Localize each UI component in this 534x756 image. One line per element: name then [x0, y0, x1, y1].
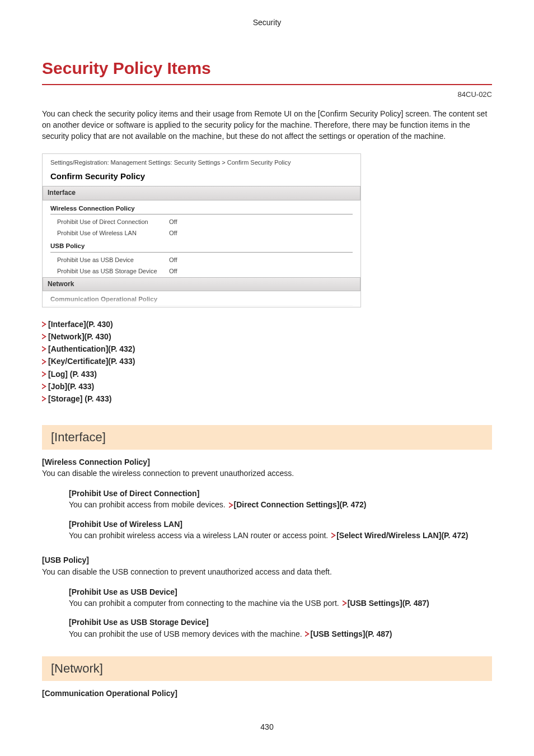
block-heading: [USB Policy] — [42, 554, 492, 566]
block-heading: [Wireless Connection Policy] — [42, 456, 492, 468]
toc-link-authentication[interactable]: [Authentication](P. 432) — [42, 343, 492, 354]
breadcrumb: Settings/Registration: Management Settin… — [50, 158, 353, 167]
arrow-icon — [331, 533, 336, 538]
block-text: You can disable the USB connection to pr… — [42, 566, 492, 577]
block-text: You can prohibit a computer from connect… — [69, 598, 492, 609]
band-interface: Interface — [43, 186, 360, 200]
arrow-icon — [42, 346, 46, 352]
page-number: 430 — [42, 721, 492, 732]
block-heading: [Prohibit Use as USB Device] — [69, 586, 492, 598]
toc-link-interface[interactable]: [Interface](P. 430) — [42, 319, 492, 330]
table-row: Prohibit Use as USB DeviceOff — [50, 255, 353, 266]
arrow-icon — [42, 396, 46, 402]
table-row: Prohibit Use as USB Storage DeviceOff — [50, 266, 353, 277]
arrow-icon — [305, 631, 310, 637]
section-head-interface: [Interface] — [42, 425, 492, 450]
block-text: You can prohibit the use of USB memory d… — [69, 628, 492, 640]
band-network: Network — [43, 277, 360, 291]
toc-link-network[interactable]: [Network](P. 430) — [42, 331, 492, 342]
page-title: Security Policy Items — [42, 56, 492, 85]
arrow-icon — [42, 359, 46, 365]
toc-link-job[interactable]: [Job](P. 433) — [42, 381, 492, 392]
header-label: Security — [42, 17, 492, 28]
table-row: Prohibit Use of Wireless LANOff — [50, 228, 353, 239]
block-usb-policy: [USB Policy] You can disable the USB con… — [42, 554, 492, 577]
block-text: You can prohibit access from mobile devi… — [69, 499, 492, 510]
subhead-wireless: Wireless Connection Policy — [50, 204, 353, 215]
toc-link-storage[interactable]: [Storage] (P. 433) — [42, 393, 492, 404]
xref-usb-settings-2[interactable]: [USB Settings](P. 487) — [310, 629, 392, 638]
table-row: Prohibit Use of Direct ConnectionOff — [50, 217, 353, 228]
toc-link-log[interactable]: [Log] (P. 433) — [42, 368, 492, 380]
arrow-icon — [42, 321, 46, 327]
sub-block-prohibit-wlan: [Prohibit Use of Wireless LAN] You can p… — [69, 519, 492, 542]
section-head-network: [Network] — [42, 656, 492, 681]
doc-code: 84CU-02C — [42, 90, 492, 100]
block-text: You can prohibit wireless access via a w… — [69, 530, 492, 541]
block-heading: [Prohibit Use of Direct Connection] — [69, 488, 492, 499]
toc-link-key-certificate[interactable]: [Key/Certificate](P. 433) — [42, 356, 492, 367]
screenshot-title: Confirm Security Policy — [50, 170, 353, 183]
sub-block-prohibit-direct: [Prohibit Use of Direct Connection] You … — [69, 488, 492, 511]
intro-paragraph: You can check the security policy items … — [42, 108, 492, 142]
arrow-icon — [343, 600, 347, 606]
block-wireless-policy: [Wireless Connection Policy] You can dis… — [42, 456, 492, 479]
block-heading: [Prohibit Use of Wireless LAN] — [69, 519, 492, 530]
block-heading: [Communication Operational Policy] — [42, 688, 492, 699]
block-comm-policy: [Communication Operational Policy] — [42, 688, 492, 699]
toc: [Interface](P. 430) [Network](P. 430) [A… — [42, 319, 492, 405]
arrow-icon — [229, 502, 233, 508]
arrow-icon — [42, 384, 46, 389]
xref-select-wired-wireless[interactable]: [Select Wired/Wireless LAN](P. 472) — [336, 531, 468, 540]
sub-block-prohibit-usb-device: [Prohibit Use as USB Device] You can pro… — [69, 586, 492, 609]
block-heading: [Prohibit Use as USB Storage Device] — [69, 617, 492, 628]
arrow-icon — [42, 371, 46, 377]
xref-usb-settings-1[interactable]: [USB Settings](P. 487) — [348, 599, 429, 608]
screenshot-confirm-security-policy: Settings/Registration: Management Settin… — [42, 153, 361, 307]
arrow-icon — [42, 334, 46, 339]
sub-block-prohibit-usb-storage: [Prohibit Use as USB Storage Device] You… — [69, 617, 492, 640]
block-text: You can disable the wireless connection … — [42, 468, 492, 479]
xref-direct-connection[interactable]: [Direct Connection Settings](P. 472) — [234, 500, 367, 509]
subhead-usb: USB Policy — [50, 241, 353, 253]
